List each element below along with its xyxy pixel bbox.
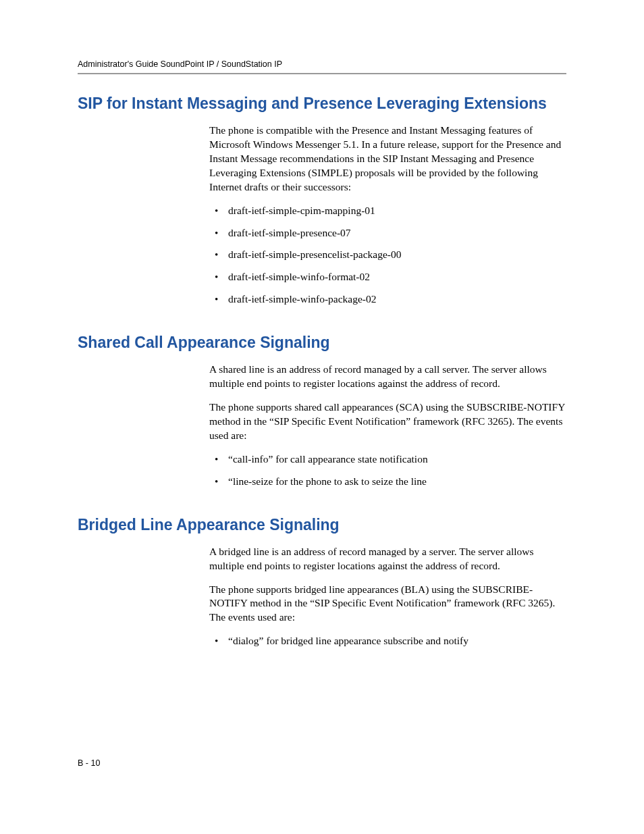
body-paragraph: The phone is compatible with the Presenc… [209,124,566,194]
section-heading: Bridged Line Appearance Signaling [78,516,566,534]
header-rule [78,73,566,74]
section-heading: Shared Call Appearance Signaling [78,334,566,352]
body-paragraph: A shared line is an address of record ma… [209,363,566,391]
list-item: draft-ietf-simple-winfo-format-02 [209,270,566,284]
list-item: “line-seize for the phone to ask to seiz… [209,475,566,489]
bullet-list: “dialog” for bridged line appearance sub… [209,634,566,648]
section-body: A bridged line is an address of record m… [209,545,566,649]
list-item: draft-ietf-simple-presence-07 [209,226,566,240]
list-item: draft-ietf-simple-presencelist-package-0… [209,248,566,262]
list-item: “dialog” for bridged line appearance sub… [209,634,566,648]
body-paragraph: The phone supports shared call appearanc… [209,400,566,443]
running-head: Administrator's Guide SoundPoint IP / So… [78,59,566,69]
list-item: draft-ietf-simple-cpim-mapping-01 [209,204,566,218]
page-content: Administrator's Guide SoundPoint IP / So… [0,0,644,683]
list-item: draft-ietf-simple-winfo-package-02 [209,292,566,307]
body-paragraph: The phone supports bridged line appearan… [209,583,566,625]
bullet-list: draft-ietf-simple-cpim-mapping-01 draft-… [209,204,566,307]
body-paragraph: A bridged line is an address of record m… [209,545,566,573]
section-body: The phone is compatible with the Presenc… [209,124,566,307]
section-heading: SIP for Instant Messaging and Presence L… [78,95,566,113]
list-item: “call-info” for call appearance state no… [209,452,566,467]
bullet-list: “call-info” for call appearance state no… [209,452,566,489]
page-footer: B - 10 [78,758,100,768]
section-body: A shared line is an address of record ma… [209,363,566,488]
